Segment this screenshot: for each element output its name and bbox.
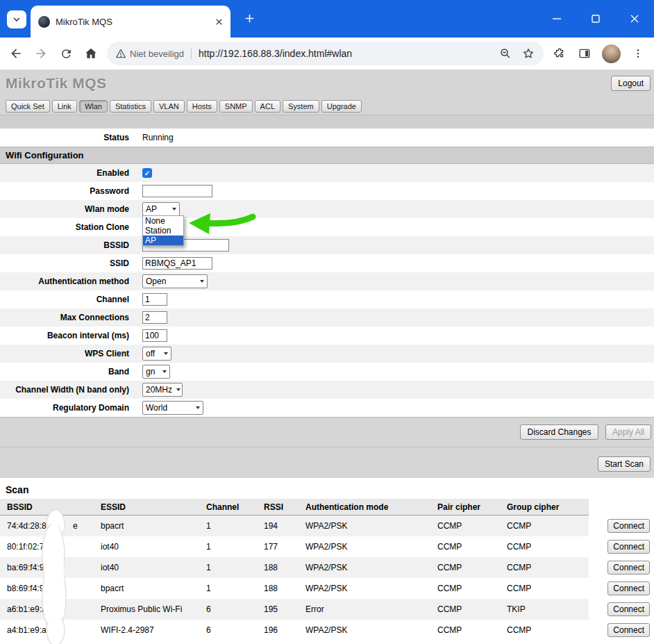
cell-auth: WPA2/PSK xyxy=(305,625,437,635)
tab-vlan[interactable]: VLAN xyxy=(153,100,185,113)
bookmark-star-icon[interactable] xyxy=(519,44,538,63)
new-tab-button[interactable] xyxy=(244,13,255,24)
reload-button[interactable] xyxy=(54,42,78,65)
side-panel-icon[interactable] xyxy=(573,42,596,65)
band-label: Band xyxy=(0,367,129,377)
max-connections-label: Max Connections xyxy=(0,313,129,322)
password-input[interactable] xyxy=(142,185,212,197)
wps-client-select[interactable]: off xyxy=(142,347,171,361)
cell-rssi: 195 xyxy=(264,604,305,614)
connect-button[interactable]: Connect xyxy=(607,581,650,595)
form-row-authentication-method: Authentication method Open xyxy=(0,272,654,290)
channel-width-select[interactable]: 20MHz xyxy=(142,383,183,397)
connect-button[interactable]: Connect xyxy=(607,602,650,616)
chevron-down-icon xyxy=(12,15,21,24)
not-secure-warning-icon[interactable] xyxy=(115,48,126,59)
discard-changes-button[interactable]: Discard Changes xyxy=(520,424,598,440)
ssid-input[interactable] xyxy=(142,257,212,270)
cell-pair: CCMP xyxy=(437,542,507,552)
tab-wlan[interactable]: Wlan xyxy=(79,100,108,113)
wlan-mode-label: Wlan mode xyxy=(0,204,129,214)
cell-group: CCMP xyxy=(507,542,589,552)
cell-channel: 6 xyxy=(206,625,264,635)
url-text[interactable]: http://192.168.88.3/index.html#wlan xyxy=(199,48,492,59)
logout-button[interactable]: Logout xyxy=(611,76,651,91)
cell-auth: WPA2/PSK xyxy=(305,542,437,552)
cell-essid: WIFI-2.4-2987 xyxy=(101,625,206,635)
apply-all-button[interactable]: Apply All xyxy=(605,424,651,440)
station-clone-label: Station Clone xyxy=(0,222,129,232)
authentication-method-select[interactable]: Open xyxy=(142,274,208,288)
tab-close-icon[interactable] xyxy=(212,15,225,28)
dropdown-option-ap[interactable]: AP xyxy=(143,236,183,245)
dropdown-option-station[interactable]: Station xyxy=(143,226,183,236)
start-scan-button[interactable]: Start Scan xyxy=(598,456,651,472)
cell-auth: WPA2/PSK xyxy=(305,563,437,572)
chevron-down-icon xyxy=(172,208,176,210)
security-status-label[interactable]: Niet beveiligd xyxy=(130,49,184,59)
tab-search-button[interactable] xyxy=(7,10,26,28)
form-row-ssid: SSID xyxy=(0,254,654,272)
chevron-down-icon xyxy=(162,370,167,373)
tab-acl[interactable]: ACL xyxy=(255,100,280,113)
omnibox-divider xyxy=(191,48,192,59)
wlan-mode-selected-value: AP xyxy=(146,204,157,214)
wlan-mode-select[interactable]: AP xyxy=(142,202,180,216)
cell-channel: 1 xyxy=(206,584,264,593)
profile-avatar[interactable] xyxy=(602,44,621,63)
cell-bssid-tail: e xyxy=(73,521,78,531)
column-header-channel: Channel xyxy=(206,502,264,512)
connect-button[interactable]: Connect xyxy=(607,540,650,554)
close-button[interactable] xyxy=(615,0,654,38)
tab-statistics[interactable]: Statistics xyxy=(110,100,151,113)
status-label: Status xyxy=(0,133,129,142)
max-connections-input[interactable] xyxy=(142,311,167,324)
maximize-button[interactable] xyxy=(576,0,615,38)
column-header-pair: Pair cipher xyxy=(437,502,507,512)
form-row-regulatory-domain: Regulatory Domain World xyxy=(0,399,654,417)
tab-system[interactable]: System xyxy=(283,100,319,113)
beacon-interval-input[interactable] xyxy=(142,329,167,342)
forward-button[interactable] xyxy=(29,42,53,65)
tab-hosts[interactable]: Hosts xyxy=(187,100,217,113)
address-bar[interactable]: Niet beveiligd http://192.168.88.3/index… xyxy=(107,42,544,65)
browser-tab[interactable]: MikroTik MQS xyxy=(31,6,230,38)
form-row-band: Band gn xyxy=(0,363,654,381)
scan-table-row: 74:4d:28:8e bpacrt 1 194 WPA2/PSK CCMP C… xyxy=(0,515,654,536)
column-header-group: Group cipher xyxy=(507,502,589,512)
cell-bssid: ba:69:f4:95 xyxy=(7,563,101,572)
tab-quick-set[interactable]: Quick Set xyxy=(6,100,50,113)
minimize-button[interactable] xyxy=(537,0,576,38)
regulatory-domain-select[interactable]: World xyxy=(142,401,203,415)
extensions-icon[interactable] xyxy=(548,42,571,65)
connect-button[interactable]: Connect xyxy=(607,623,650,637)
browser-menu-icon[interactable] xyxy=(626,42,650,65)
home-button[interactable] xyxy=(79,42,103,65)
dropdown-option-none[interactable]: None xyxy=(143,216,183,226)
page-title: MikroTik MQS xyxy=(6,75,107,92)
cell-auth: WPA2/PSK xyxy=(305,521,437,531)
scan-table-row: 80:1f:02:7 iot40 1 177 WPA2/PSK CCMP CCM… xyxy=(0,536,654,557)
connect-button[interactable]: Connect xyxy=(607,561,650,575)
connect-button[interactable]: Connect xyxy=(607,519,650,533)
cell-channel: 1 xyxy=(206,542,264,552)
scan-table-row: ba:69:f4:95 iot40 1 188 WPA2/PSK CCMP CC… xyxy=(0,557,654,578)
cell-pair: CCMP xyxy=(437,604,507,614)
enabled-checkbox[interactable]: ✓ xyxy=(142,168,152,178)
tab-snmp[interactable]: SNMP xyxy=(219,100,253,113)
status-value: Running xyxy=(142,133,174,142)
channel-input[interactable] xyxy=(142,293,167,306)
band-value: gn xyxy=(146,367,155,377)
scan-table-header: BSSID ESSID Channel RSSI Authentication … xyxy=(0,499,654,515)
band-select[interactable]: gn xyxy=(142,365,170,379)
site-favicon-icon xyxy=(38,16,50,28)
tab-link[interactable]: Link xyxy=(52,100,77,113)
form-row-max-connections: Max Connections xyxy=(0,308,654,327)
enabled-label: Enabled xyxy=(0,168,129,178)
tab-upgrade[interactable]: Upgrade xyxy=(321,100,362,113)
back-button[interactable] xyxy=(4,42,28,65)
cell-bssid: a4:b1:e9:af: xyxy=(7,625,101,635)
webfig-page: MikroTik MQS Logout Quick Set Link Wlan … xyxy=(0,70,654,644)
cell-group: CCMP xyxy=(507,625,589,635)
zoom-icon[interactable] xyxy=(496,44,515,63)
